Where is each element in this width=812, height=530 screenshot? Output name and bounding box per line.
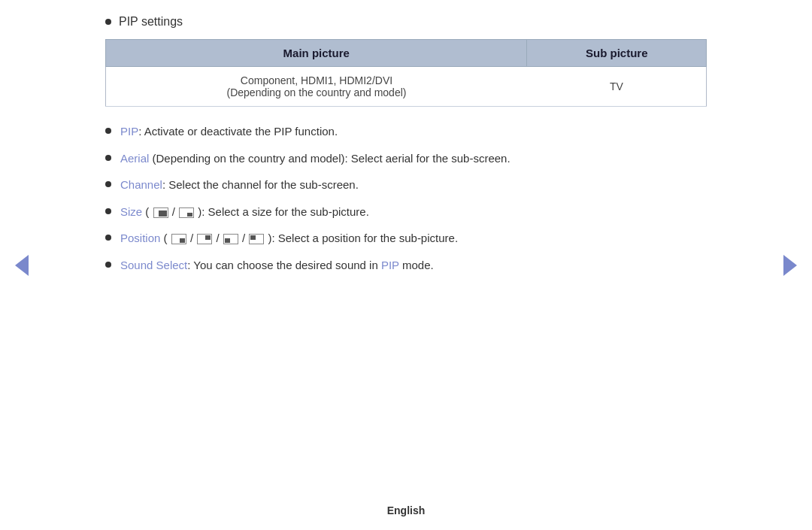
- section-heading: PIP settings: [105, 15, 707, 29]
- footer-language: English: [387, 504, 426, 516]
- keyword-channel: Channel: [120, 178, 162, 191]
- nav-prev-arrow[interactable]: [15, 255, 29, 276]
- keyword-aerial: Aerial: [120, 152, 149, 165]
- list-item-sound-select: Sound Select: You can choose the desired…: [105, 257, 707, 274]
- position-icon-tl: [249, 234, 264, 244]
- bullet-dot: [105, 235, 111, 241]
- size-icon-large: [153, 207, 168, 218]
- list-item-aerial: Aerial (Depending on the country and mod…: [105, 150, 707, 168]
- list-item-position: Position ( / / / ): Select a position fo…: [105, 230, 707, 247]
- keyword-size: Size: [120, 205, 142, 218]
- keyword-position: Position: [120, 232, 160, 244]
- table-row: Component, HDMI1, HDMI2/DVI(Depending on…: [106, 67, 707, 107]
- pip-table: Main picture Sub picture Component, HDMI…: [105, 39, 707, 107]
- keyword-sound-select: Sound Select: [120, 259, 187, 271]
- keyword-pip2: PIP: [381, 259, 399, 271]
- list-item-text: Size ( / ): Select a size for the sub-pi…: [120, 204, 369, 221]
- list-item-text: Sound Select: You can choose the desired…: [120, 257, 434, 274]
- position-icon-tr: [197, 234, 212, 244]
- footer: English: [0, 504, 812, 516]
- bullet-dot: [105, 181, 111, 187]
- feature-list: PIP: Activate or deactivate the PIP func…: [105, 123, 707, 274]
- bullet-dot: [105, 155, 111, 161]
- list-item-size: Size ( / ): Select a size for the sub-pi…: [105, 204, 707, 221]
- bullet-dot: [105, 262, 111, 268]
- list-item-text: Aerial (Depending on the country and mod…: [120, 150, 511, 168]
- main-picture-cell: Component, HDMI1, HDMI2/DVI(Depending on…: [106, 67, 527, 107]
- bullet-dot: [105, 208, 111, 214]
- list-item-text: Channel: Select the channel for the sub-…: [120, 177, 359, 194]
- position-icon-br: [171, 234, 186, 244]
- list-item-pip: PIP: Activate or deactivate the PIP func…: [105, 123, 707, 141]
- keyword-pip: PIP: [120, 125, 138, 138]
- list-item-text: Position ( / / / ): Select a position fo…: [120, 230, 458, 247]
- list-item-text: PIP: Activate or deactivate the PIP func…: [120, 123, 338, 141]
- position-icon-bl: [223, 234, 238, 244]
- heading-text: PIP settings: [119, 15, 183, 29]
- col-main-picture: Main picture: [106, 40, 527, 67]
- col-sub-picture: Sub picture: [527, 40, 707, 67]
- bullet-dot: [105, 128, 111, 134]
- size-icon-small: [179, 207, 194, 218]
- nav-next-arrow[interactable]: [783, 255, 797, 276]
- list-item-channel: Channel: Select the channel for the sub-…: [105, 177, 707, 194]
- heading-bullet: [105, 19, 111, 25]
- page-content: PIP settings Main picture Sub picture Co…: [105, 15, 707, 283]
- sub-picture-cell: TV: [527, 67, 707, 107]
